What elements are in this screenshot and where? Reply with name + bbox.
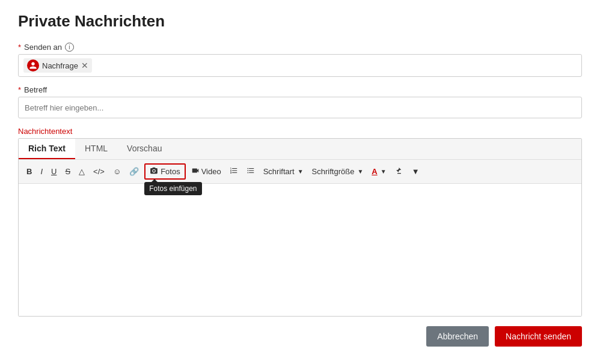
betreff-text: Betreff (24, 85, 47, 94)
nachrichtentext-group: Nachrichtentext Rich Text HTML Vorschau … (18, 127, 582, 317)
code-button[interactable]: </> (90, 165, 108, 178)
link-icon: 🔗 (129, 167, 139, 176)
cancel-button[interactable]: Abbrechen (426, 326, 489, 347)
schriftgroesse-button[interactable]: Schriftgröße ▼ (309, 165, 367, 178)
emoji-button[interactable]: ☺ (110, 165, 124, 178)
schriftgroesse-dropdown-icon: ▼ (357, 168, 363, 175)
senden-an-text: Senden an (24, 43, 62, 52)
editor-toolbar: B I U S △ </> ☺ 🔗 (19, 160, 581, 184)
tab-rich-text[interactable]: Rich Text (19, 139, 75, 159)
nachrichtentext-label: Nachrichtentext (18, 127, 582, 136)
schriftgroesse-label: Schriftgröße (312, 167, 355, 176)
video-label: Video (201, 167, 221, 176)
editor-tabs: Rich Text HTML Vorschau (19, 139, 581, 160)
font-color-button[interactable]: A ▼ (369, 165, 389, 178)
warning-icon: △ (79, 167, 85, 176)
recipient-tag: Nachfrage ✕ (23, 58, 92, 73)
code-icon: </> (93, 167, 105, 176)
betreff-group: *Betreff (18, 85, 582, 118)
tab-vorschau[interactable]: Vorschau (117, 139, 171, 159)
ordered-list-icon (230, 166, 238, 177)
fotos-wrapper: Fotos Fotos einfügen (144, 163, 186, 180)
betreff-required: * (18, 85, 21, 94)
link-button[interactable]: 🔗 (126, 165, 142, 178)
italic-button[interactable]: I (37, 165, 46, 178)
camera-icon (150, 166, 158, 177)
unordered-list-icon (246, 166, 255, 177)
unordered-list-button[interactable] (243, 165, 258, 178)
fotos-tooltip: Fotos einfügen (144, 182, 201, 195)
recipient-input-field[interactable]: Nachfrage ✕ (18, 54, 582, 77)
fotos-button[interactable]: Fotos (144, 163, 186, 180)
recipient-avatar (27, 59, 39, 71)
emoji-icon: ☺ (113, 167, 121, 176)
betreff-input[interactable] (18, 97, 582, 118)
font-color-label: A (372, 167, 377, 176)
strikethrough-button[interactable]: S (62, 165, 73, 178)
editor-body[interactable] (19, 184, 581, 316)
video-icon (191, 166, 200, 177)
recipient-avatar-icon (29, 61, 37, 70)
bold-button[interactable]: B (23, 165, 35, 178)
senden-an-group: *Senden an i Nachfrage ✕ (18, 43, 582, 77)
schriftart-dropdown-icon: ▼ (298, 168, 304, 175)
warning-button[interactable]: △ (76, 165, 88, 178)
tab-html[interactable]: HTML (75, 139, 117, 159)
highlight-button[interactable] (392, 165, 406, 178)
underline-button[interactable]: U (48, 165, 60, 178)
required-marker: * (18, 43, 21, 52)
send-button[interactable]: Nachricht senden (495, 326, 582, 347)
highlight-icon (395, 166, 403, 177)
font-color-dropdown-icon: ▼ (381, 168, 387, 175)
ordered-list-button[interactable] (227, 165, 241, 178)
editor-container: Rich Text HTML Vorschau B I U S △ </> ☺ … (18, 138, 582, 317)
info-icon: i (65, 43, 74, 52)
betreff-label: *Betreff (18, 85, 582, 94)
more-options-button[interactable]: ▼ (409, 165, 423, 178)
page-title: Private Nachrichten (18, 12, 582, 31)
footer-actions: Abbrechen Nachricht senden (18, 326, 582, 347)
senden-an-label: *Senden an i (18, 43, 582, 52)
more-options-icon: ▼ (412, 167, 420, 176)
schriftart-button[interactable]: Schriftart ▼ (260, 165, 307, 178)
schriftart-label: Schriftart (263, 167, 295, 176)
video-button[interactable]: Video (188, 165, 224, 178)
fotos-label: Fotos (161, 167, 180, 176)
remove-recipient-button[interactable]: ✕ (81, 61, 88, 70)
recipient-name: Nachfrage (42, 61, 78, 70)
